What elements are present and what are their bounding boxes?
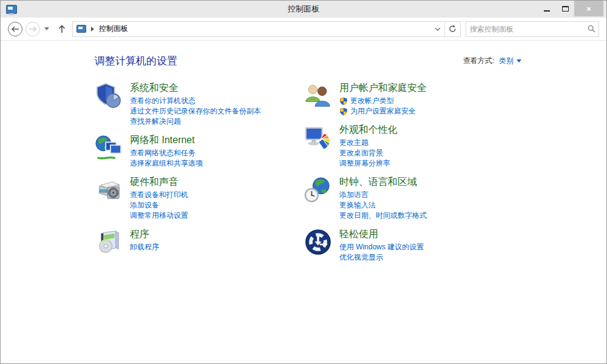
category-title-system-security[interactable]: 系统和安全 [130,81,178,94]
minimize-button[interactable] [538,1,556,16]
recent-pages-button[interactable] [44,27,49,30]
category-link-label: 卸载程序 [130,242,159,252]
category-column-right: 用户帐户和家庭安全 更改帐户类型为用户设置家庭安全 外观和个性化 更改主题更改桌… [304,81,521,269]
view-by-value[interactable]: 类别 [499,56,514,66]
dropdown-caret-icon [44,27,49,30]
uac-shield-icon [339,97,348,106]
category-link[interactable]: 选择家庭组和共享选项 [130,158,203,169]
category-link-label: 使用 Windows 建议的设置 [339,242,424,252]
back-button[interactable] [8,22,22,36]
back-icon [11,26,19,32]
category-link[interactable]: 查找并解决问题 [130,116,261,127]
refresh-button[interactable] [444,22,460,36]
category-programs: 程序 卸载程序 [95,228,304,256]
category-title-network-internet[interactable]: 网络和 Internet [130,133,195,146]
category-link[interactable]: 查看你的计算机状态 [130,96,261,106]
category-link-label: 调整屏幕分辨率 [339,158,390,169]
category-appearance-personalization: 外观和个性化 更改主题更改桌面背景调整屏幕分辨率 [304,123,521,169]
category-hardware-sound: 硬件和声音 查看设备和打印机添加设备调整常用移动设置 [95,175,304,221]
category-columns: 系统和安全 查看你的计算机状态通过文件历史记录保存你的文件备份副本查找并解决问题… [95,81,521,269]
ease-of-access-icon[interactable] [304,228,332,256]
window-title: 控制面板 [1,1,606,18]
address-bar[interactable]: 控制面板 [72,21,461,37]
category-link-label: 查看网络状态和任务 [130,148,195,158]
category-link[interactable]: 优化视觉显示 [339,252,424,263]
view-by-label: 查看方式: [463,56,494,66]
category-link[interactable]: 调整屏幕分辨率 [339,158,398,169]
category-network-internet: 网络和 Internet 查看网络状态和任务选择家庭组和共享选项 [95,133,304,169]
category-title-ease-of-access[interactable]: 轻松使用 [339,228,378,240]
category-link[interactable]: 调整常用移动设置 [130,211,188,221]
category-link[interactable]: 更换输入法 [339,200,427,211]
breadcrumb-control-panel[interactable]: 控制面板 [99,24,128,34]
page-header: 调整计算机的设置 查看方式: 类别 [95,54,521,68]
category-link-label: 优化视觉显示 [339,252,383,263]
category-link[interactable]: 更改主题 [339,138,398,148]
control-panel-app-icon[interactable] [6,5,17,14]
category-title-hardware-sound[interactable]: 硬件和声音 [130,175,178,188]
category-link-label: 查找并解决问题 [130,116,181,127]
category-link[interactable]: 添加设备 [130,200,188,211]
category-link[interactable]: 更改桌面背景 [339,148,398,158]
category-title-user-accounts-family-safety[interactable]: 用户帐户和家庭安全 [339,81,427,94]
programs-icon[interactable] [95,228,123,256]
search-box [466,21,599,37]
maximize-icon [562,6,569,12]
view-by-caret-icon[interactable] [517,59,521,62]
control-panel-window: 控制面板 × 控制面板 [0,0,607,364]
network-internet-icon[interactable] [95,134,123,162]
control-panel-small-icon [76,25,86,33]
search-icon[interactable] [584,25,599,33]
up-icon [58,25,66,33]
category-link[interactable]: 查看设备和打印机 [130,190,188,200]
category-link-label: 为用户设置家庭安全 [350,106,416,116]
category-link-label: 更改桌面背景 [339,148,383,158]
category-title-programs[interactable]: 程序 [130,228,149,240]
uac-shield-icon [339,107,348,116]
page-title: 调整计算机的设置 [95,54,177,68]
category-link-label: 通过文件历史记录保存你的文件备份副本 [130,106,261,116]
category-link[interactable]: 通过文件历史记录保存你的文件备份副本 [130,106,261,116]
navigation-bar: 控制面板 [1,18,606,41]
category-link[interactable]: 查看网络状态和任务 [130,148,203,158]
user-accounts-icon[interactable] [304,82,332,110]
clock-language-icon[interactable] [304,176,332,204]
category-link-label: 更改主题 [339,138,368,148]
up-button[interactable] [55,22,69,36]
address-dropdown-icon [435,27,441,31]
category-clock-language-region: 时钟、语言和区域 添加语言更换输入法更改日期、时间或数字格式 [304,175,521,221]
category-link[interactable]: 卸载程序 [130,242,159,252]
close-button[interactable]: × [574,1,603,16]
minimize-icon [544,10,550,12]
category-link-label: 添加语言 [339,190,368,200]
category-system-security: 系统和安全 查看你的计算机状态通过文件历史记录保存你的文件备份副本查找并解决问题 [95,81,304,127]
category-user-accounts-family-safety: 用户帐户和家庭安全 更改帐户类型为用户设置家庭安全 [304,81,521,116]
breadcrumb-arrow-icon[interactable] [91,27,94,32]
category-link[interactable]: 使用 Windows 建议的设置 [339,242,424,252]
category-link-label: 添加设备 [130,200,159,211]
category-link-label: 更改日期、时间或数字格式 [339,211,427,221]
hardware-sound-icon[interactable] [95,176,123,204]
system-security-icon[interactable] [95,82,123,110]
titlebar: 控制面板 × [1,1,606,18]
forward-icon [29,26,37,32]
category-link[interactable]: 添加语言 [339,190,427,200]
category-column-left: 系统和安全 查看你的计算机状态通过文件历史记录保存你的文件备份副本查找并解决问题… [95,81,304,269]
view-by-control: 查看方式: 类别 [463,56,521,66]
search-input[interactable] [466,22,584,36]
category-link[interactable]: 更改帐户类型 [339,96,427,106]
category-title-appearance-personalization[interactable]: 外观和个性化 [339,123,398,136]
category-link[interactable]: 为用户设置家庭安全 [339,106,427,116]
category-ease-of-access: 轻松使用 使用 Windows 建议的设置优化视觉显示 [304,228,521,263]
category-title-clock-language-region[interactable]: 时钟、语言和区域 [339,175,417,188]
address-dropdown-button[interactable] [431,22,444,36]
category-link-label: 调整常用移动设置 [130,211,188,221]
close-icon: × [586,4,591,13]
appearance-icon[interactable] [304,124,332,152]
category-link-label: 更换输入法 [339,200,376,211]
window-controls: × [538,1,606,18]
maximize-button[interactable] [556,1,574,16]
forward-button[interactable] [25,22,40,36]
category-link[interactable]: 更改日期、时间或数字格式 [339,211,427,221]
content-area: 调整计算机的设置 查看方式: 类别 系统和安全 查看你的计算机状态通过文件历史记… [1,41,606,363]
